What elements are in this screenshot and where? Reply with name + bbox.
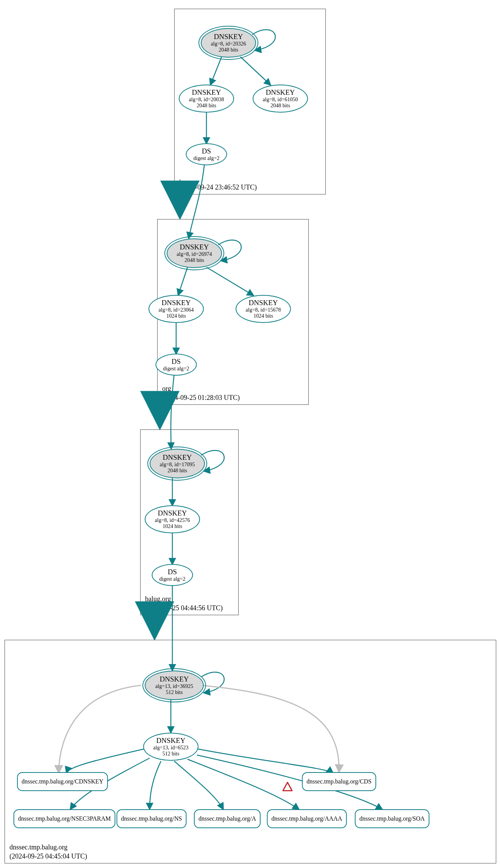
- svg-line-0: [210, 57, 222, 85]
- svg-line-1: [241, 57, 271, 85]
- edge-layer: [0, 0, 500, 868]
- svg-line-5: [206, 267, 254, 296]
- svg-line-4: [178, 267, 188, 296]
